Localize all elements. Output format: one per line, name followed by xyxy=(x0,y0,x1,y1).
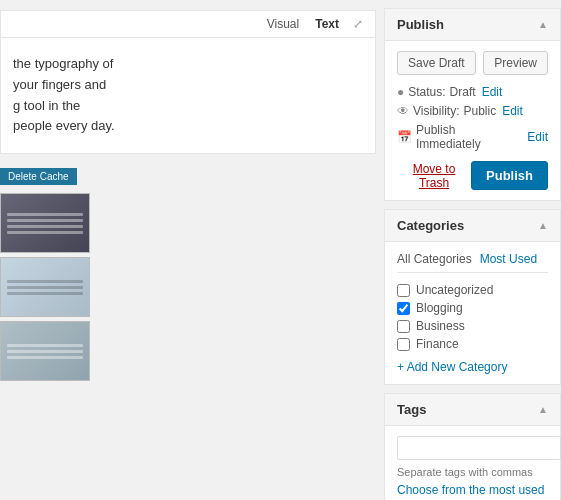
publish-actions: Save Draft Preview xyxy=(397,51,548,75)
tag-input[interactable] xyxy=(397,436,561,460)
visibility-label: Visibility: xyxy=(413,104,459,118)
cache-bar: Delete Cache xyxy=(0,168,77,185)
editor-toolbar: Visual Text ⤢ xyxy=(1,11,375,38)
category-checkbox-business[interactable] xyxy=(397,320,410,333)
categories-title: Categories xyxy=(397,218,464,233)
main-editor-area: Visual Text ⤢ the typography ofyour fing… xyxy=(0,0,376,500)
category-item-business[interactable]: Business xyxy=(397,319,548,333)
tags-toggle-icon[interactable]: ▲ xyxy=(538,404,548,415)
status-value: Draft xyxy=(450,85,476,99)
publish-button[interactable]: Publish xyxy=(471,161,548,190)
delete-cache-link[interactable]: Delete Cache xyxy=(8,171,69,182)
category-list: Uncategorized Blogging Business Finance xyxy=(397,283,548,351)
status-label: Status: xyxy=(408,85,445,99)
tab-visual[interactable]: Visual xyxy=(261,15,305,33)
status-icon: ● xyxy=(397,85,404,99)
category-label-blogging: Blogging xyxy=(416,301,463,315)
editor-container: Visual Text ⤢ the typography ofyour fing… xyxy=(0,10,376,154)
publish-title: Publish xyxy=(397,17,444,32)
visibility-row: 👁 Visibility: Public Edit xyxy=(397,104,548,118)
categories-toggle-icon[interactable]: ▲ xyxy=(538,220,548,231)
publish-box: Publish ▲ Save Draft Preview ● Status: D… xyxy=(384,8,561,201)
publish-footer: Move to Trash Publish xyxy=(397,161,548,190)
tab-text[interactable]: Text xyxy=(309,15,345,33)
category-label-business: Business xyxy=(416,319,465,333)
visibility-value: Public xyxy=(463,104,496,118)
tab-all-categories[interactable]: All Categories xyxy=(397,252,472,266)
publish-meta: ● Status: Draft Edit 👁 Visibility: Publi… xyxy=(397,85,548,151)
visibility-edit-link[interactable]: Edit xyxy=(502,104,523,118)
tab-most-used[interactable]: Most Used xyxy=(480,252,537,266)
category-checkbox-finance[interactable] xyxy=(397,338,410,351)
category-label-finance: Finance xyxy=(416,337,459,351)
status-row: ● Status: Draft Edit xyxy=(397,85,548,99)
tags-box-body: Add Separate tags with commas Choose fro… xyxy=(385,426,560,500)
category-checkbox-blogging[interactable] xyxy=(397,302,410,315)
thumb-row-3 xyxy=(0,321,376,381)
categories-box: Categories ▲ All Categories Most Used Un… xyxy=(384,209,561,385)
save-draft-button[interactable]: Save Draft xyxy=(397,51,476,75)
tags-box: Tags ▲ Add Separate tags with commas Cho… xyxy=(384,393,561,500)
thumbnail-area xyxy=(0,193,376,381)
choose-tags-link[interactable]: Choose from the most used tags xyxy=(397,483,544,500)
thumbnail-2[interactable] xyxy=(0,257,90,317)
category-label-uncategorized: Uncategorized xyxy=(416,283,493,297)
schedule-icon: 📅 xyxy=(397,130,412,144)
status-edit-link[interactable]: Edit xyxy=(482,85,503,99)
category-tabs: All Categories Most Used xyxy=(397,252,548,273)
schedule-label: Publish Immediately xyxy=(416,123,521,151)
category-item-uncategorized[interactable]: Uncategorized xyxy=(397,283,548,297)
categories-box-body: All Categories Most Used Uncategorized B… xyxy=(385,242,560,384)
thumbnail-1[interactable] xyxy=(0,193,90,253)
categories-box-header: Categories ▲ xyxy=(385,210,560,242)
move-to-trash-button[interactable]: Move to Trash xyxy=(397,162,471,190)
fullscreen-icon[interactable]: ⤢ xyxy=(349,15,367,33)
thumb-row-2 xyxy=(0,257,376,317)
tags-box-header: Tags ▲ xyxy=(385,394,560,426)
thumb-row-1 xyxy=(0,193,376,253)
schedule-row: 📅 Publish Immediately Edit xyxy=(397,123,548,151)
preview-button[interactable]: Preview xyxy=(483,51,548,75)
tags-title: Tags xyxy=(397,402,426,417)
publish-box-body: Save Draft Preview ● Status: Draft Edit … xyxy=(385,41,560,200)
tag-input-row: Add xyxy=(397,436,548,460)
thumbnail-3[interactable] xyxy=(0,321,90,381)
category-checkbox-uncategorized[interactable] xyxy=(397,284,410,297)
schedule-edit-link[interactable]: Edit xyxy=(527,130,548,144)
publish-box-header: Publish ▲ xyxy=(385,9,560,41)
category-item-blogging[interactable]: Blogging xyxy=(397,301,548,315)
category-item-finance[interactable]: Finance xyxy=(397,337,548,351)
visibility-icon: 👁 xyxy=(397,104,409,118)
editor-body[interactable]: the typography ofyour fingers andg tool … xyxy=(1,38,375,153)
add-new-category-link[interactable]: + Add New Category xyxy=(397,360,507,374)
publish-toggle-icon[interactable]: ▲ xyxy=(538,19,548,30)
sidebar: Publish ▲ Save Draft Preview ● Status: D… xyxy=(376,0,561,500)
tag-hint: Separate tags with commas xyxy=(397,466,548,478)
editor-content-prefix: the typography ofyour fingers andg tool … xyxy=(13,56,115,133)
